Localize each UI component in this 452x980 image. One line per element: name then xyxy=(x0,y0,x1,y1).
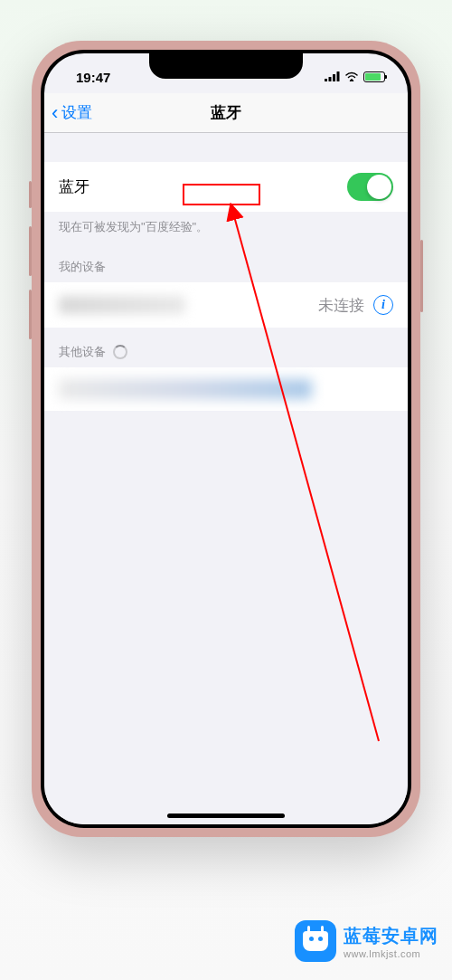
svg-rect-2 xyxy=(333,74,335,81)
wifi-icon xyxy=(344,71,359,84)
volume-down-button xyxy=(29,290,32,339)
device-name-blurred xyxy=(59,296,185,314)
svg-point-4 xyxy=(351,79,353,81)
back-label: 设置 xyxy=(61,102,92,123)
my-device-row[interactable]: 未连接 i xyxy=(44,282,408,328)
watermark-logo xyxy=(295,920,336,962)
bluetooth-label: 蓝牙 xyxy=(59,176,89,197)
toggle-knob xyxy=(367,175,391,199)
bluetooth-toggle[interactable] xyxy=(347,173,393,201)
volume-up-button xyxy=(29,226,32,276)
other-device-row[interactable] xyxy=(44,367,408,411)
spinner-icon xyxy=(113,345,127,359)
notch xyxy=(149,53,303,79)
signal-icon xyxy=(325,71,340,84)
discoverable-text: 现在可被发现为"百度经验"。 xyxy=(44,212,408,243)
back-button[interactable]: ‹ 设置 xyxy=(44,101,92,125)
svg-rect-3 xyxy=(337,71,340,81)
chevron-left-icon: ‹ xyxy=(52,101,58,125)
power-button xyxy=(420,240,423,312)
home-indicator[interactable] xyxy=(167,813,285,818)
svg-rect-0 xyxy=(325,79,327,81)
page-title: 蓝牙 xyxy=(211,102,241,123)
other-device-name-blurred xyxy=(59,379,312,399)
mute-switch xyxy=(29,181,32,208)
status-icons xyxy=(325,71,390,84)
device-status: 未连接 i xyxy=(318,295,393,316)
watermark-url: www.lmkjst.com xyxy=(344,948,438,959)
watermark: 蓝莓安卓网 www.lmkjst.com xyxy=(295,920,438,962)
navigation-bar: ‹ 设置 蓝牙 xyxy=(44,93,408,133)
watermark-title: 蓝莓安卓网 xyxy=(344,924,438,948)
content-area: 蓝牙 现在可被发现为"百度经验"。 我的设备 未连接 i xyxy=(44,133,408,824)
battery-fill xyxy=(365,73,381,81)
svg-rect-1 xyxy=(329,77,332,81)
watermark-text: 蓝莓安卓网 www.lmkjst.com xyxy=(344,924,438,959)
other-devices-header: 其他设备 xyxy=(44,328,408,367)
phone-screen: 19:47 xyxy=(44,53,408,824)
bluetooth-toggle-row[interactable]: 蓝牙 xyxy=(44,162,408,212)
battery-icon xyxy=(363,71,385,82)
info-icon[interactable]: i xyxy=(373,295,393,315)
connection-status: 未连接 xyxy=(318,295,364,316)
phone-frame: 19:47 xyxy=(32,41,420,837)
status-time: 19:47 xyxy=(62,70,110,85)
my-devices-header: 我的设备 xyxy=(44,243,408,282)
phone-bezel: 19:47 xyxy=(41,50,411,828)
